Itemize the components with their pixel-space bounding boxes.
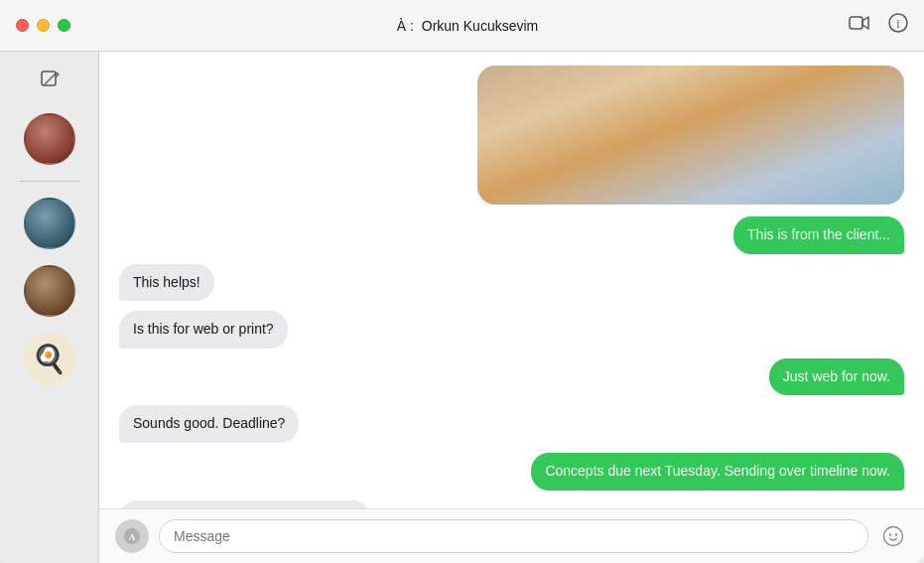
message-bubble-7: Concepts due next Tuesday. Sending over … — [531, 453, 904, 491]
image-placeholder — [477, 66, 904, 205]
message-bubble-2: This is from the client... — [733, 216, 904, 254]
message-bubble-6: Sounds good. Deadline? — [119, 405, 299, 443]
message-row-2: This is from the client... — [119, 216, 904, 254]
message-text-3: This helps! — [133, 274, 200, 290]
message-input[interactable] — [159, 519, 868, 553]
app-store-button[interactable]: A — [115, 519, 149, 553]
close-button[interactable] — [16, 19, 29, 32]
message-text-4: Is this for web or print? — [133, 321, 274, 337]
image-message — [477, 66, 904, 205]
message-text-2: This is from the client... — [747, 226, 890, 242]
contact-name: Orkun Kucuksevim — [422, 18, 538, 34]
minimize-button[interactable] — [37, 19, 50, 32]
maximize-button[interactable] — [58, 19, 70, 32]
message-row-3: This helps! — [119, 264, 904, 302]
info-icon[interactable]: i — [888, 13, 908, 38]
input-area: A — [99, 508, 924, 563]
message-bubble-8: Thanks. Can't wait to get started! 😀 — [119, 500, 370, 508]
message-text-7: Concepts due next Tuesday. Sending over … — [545, 463, 890, 479]
contact-avatar-2[interactable] — [24, 198, 75, 249]
message-bubble-4: Is this for web or print? — [119, 311, 288, 349]
svg-point-7 — [889, 533, 891, 535]
emoji-button[interactable] — [878, 521, 908, 551]
svg-point-8 — [895, 533, 897, 535]
conversation-title: À : Orkun Kucuksevim — [86, 18, 849, 34]
message-image-row — [119, 66, 904, 207]
message-text-5: Just web for now. — [783, 368, 890, 384]
video-call-icon[interactable] — [849, 15, 870, 36]
message-bubble-3: This helps! — [119, 264, 214, 302]
compose-button[interactable] — [32, 62, 67, 97]
contact-avatar-4[interactable]: 🍳 — [24, 333, 75, 384]
messages-list: This is from the client... This helps! I… — [99, 52, 924, 508]
svg-rect-3 — [42, 71, 56, 85]
contact-avatar-3[interactable] — [24, 265, 75, 317]
main-content: This is from the client... This helps! I… — [99, 0, 924, 563]
svg-rect-0 — [850, 17, 862, 29]
traffic-lights — [16, 19, 70, 32]
message-row-4: Is this for web or print? — [119, 311, 904, 349]
sidebar-divider — [20, 181, 79, 182]
titlebar: À : Orkun Kucuksevim i — [0, 0, 924, 52]
svg-text:A: A — [129, 532, 136, 542]
message-row-8: Thanks. Can't wait to get started! 😀 — [119, 500, 904, 508]
svg-text:i: i — [896, 17, 900, 31]
title-actions: i — [849, 13, 908, 38]
message-row-7: Concepts due next Tuesday. Sending over … — [119, 453, 904, 491]
message-bubble-5: Just web for now. — [769, 358, 904, 396]
message-row-6: Sounds good. Deadline? — [119, 405, 904, 443]
message-row-5: Just web for now. — [119, 358, 904, 396]
contact-avatar-1[interactable] — [24, 113, 75, 165]
sidebar: 🍳 — [0, 0, 99, 563]
svg-point-6 — [884, 527, 903, 546]
message-text-6: Sounds good. Deadline? — [133, 415, 285, 431]
to-label: À : — [397, 18, 414, 34]
